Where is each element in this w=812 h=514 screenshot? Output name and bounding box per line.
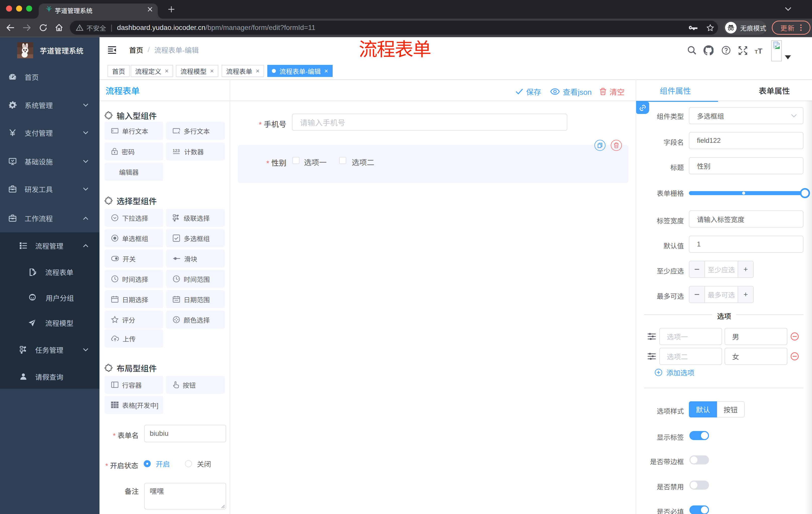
svg-text:123: 123 xyxy=(173,148,180,153)
